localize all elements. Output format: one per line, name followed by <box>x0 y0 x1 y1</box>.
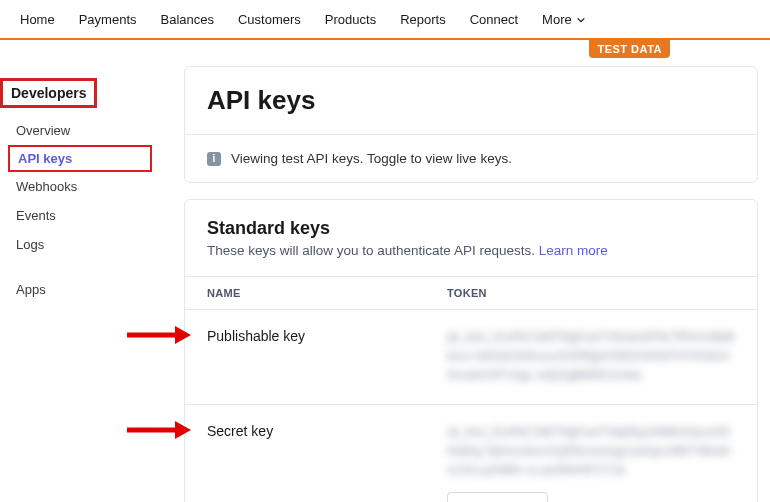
top-nav: Home Payments Balances Customers Product… <box>0 0 770 40</box>
nav-more-label: More <box>542 12 572 27</box>
key-token-secret[interactable]: sk_test_51xPkC3d07NgFuw7VdpRpy34MkAZavuG… <box>447 423 735 481</box>
table-row: Secret key sk_test_51xPkC3d07NgFuw7VdpRp… <box>185 404 757 502</box>
learn-more-link[interactable]: Learn more <box>539 243 608 258</box>
svg-marker-1 <box>175 326 191 344</box>
nav-connect[interactable]: Connect <box>470 12 518 27</box>
col-header-name: NAME <box>207 287 447 299</box>
nav-reports[interactable]: Reports <box>400 12 446 27</box>
table-header: NAME TOKEN <box>185 276 757 309</box>
col-header-token: TOKEN <box>447 287 735 299</box>
info-icon: i <box>207 152 221 166</box>
key-token-publishable[interactable]: pk_test_51xPkC3d07NgFuw7VkGdoSF9c7RHrnAB… <box>447 328 735 386</box>
nav-products[interactable]: Products <box>325 12 376 27</box>
sidebar: Developers Overview API keys Webhooks Ev… <box>0 58 160 502</box>
notice-bar: i Viewing test API keys. Toggle to view … <box>185 134 757 182</box>
hide-test-key-button[interactable]: Hide test key <box>447 492 548 502</box>
chevron-down-icon <box>576 15 586 25</box>
sidebar-item-logs[interactable]: Logs <box>0 230 160 259</box>
table-row: Publishable key pk_test_51xPkC3d07NgFuw7… <box>185 309 757 404</box>
sidebar-item-events[interactable]: Events <box>0 201 160 230</box>
nav-balances[interactable]: Balances <box>161 12 214 27</box>
sidebar-item-api-keys[interactable]: API keys <box>8 145 152 172</box>
section-title-standard: Standard keys <box>207 218 735 239</box>
sidebar-item-apps[interactable]: Apps <box>0 275 160 304</box>
page-title: API keys <box>207 85 735 116</box>
content: API keys i Viewing test API keys. Toggle… <box>160 58 770 502</box>
sidebar-heading-developers[interactable]: Developers <box>0 78 97 108</box>
nav-customers[interactable]: Customers <box>238 12 301 27</box>
key-name-publishable: Publishable key <box>207 328 447 344</box>
test-data-wrap: TEST DATA <box>0 40 770 58</box>
nav-payments[interactable]: Payments <box>79 12 137 27</box>
section-sub: These keys will allow you to authenticat… <box>207 243 735 258</box>
key-name-secret: Secret key <box>207 423 447 439</box>
svg-marker-3 <box>175 421 191 439</box>
nav-home[interactable]: Home <box>20 12 55 27</box>
sidebar-item-overview[interactable]: Overview <box>0 116 160 145</box>
notice-text: Viewing test API keys. Toggle to view li… <box>231 151 512 166</box>
sidebar-item-webhooks[interactable]: Webhooks <box>0 172 160 201</box>
test-data-badge: TEST DATA <box>589 40 670 58</box>
nav-more[interactable]: More <box>542 12 586 27</box>
